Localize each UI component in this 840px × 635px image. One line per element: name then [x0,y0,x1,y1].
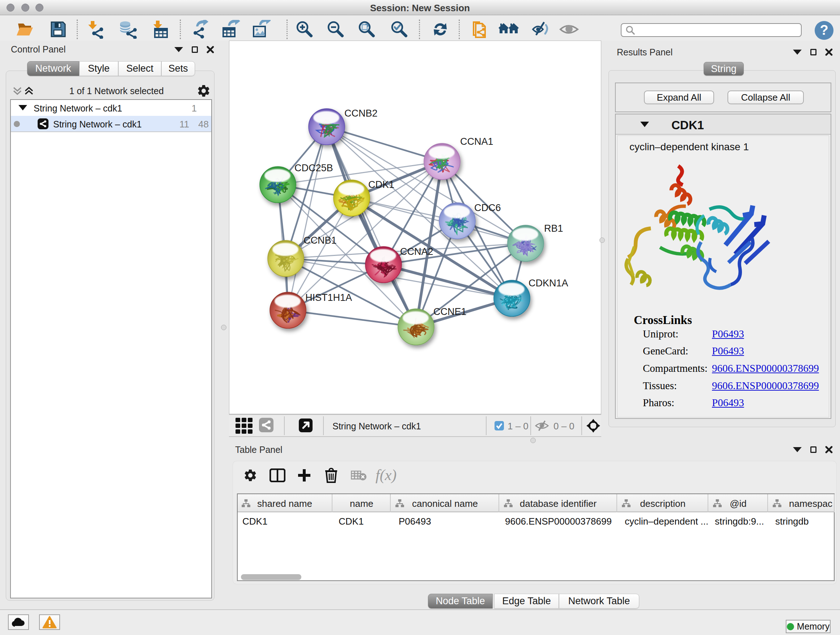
svg-text:CDK1: CDK1 [368,179,394,190]
svg-text:CDC6: CDC6 [474,203,501,213]
svg-text:CDC25B: CDC25B [294,163,333,173]
svg-text:HIST1H1A: HIST1H1A [305,292,352,303]
svg-text:CCNB1: CCNB1 [303,235,337,246]
svg-text:CDKN1A: CDKN1A [529,278,568,288]
svg-text:RB1: RB1 [544,223,563,234]
svg-text:CCNB2: CCNB2 [344,108,378,119]
svg-text:CCNA2: CCNA2 [400,246,433,257]
svg-text:?: ? [820,22,828,38]
svg-text:CCNE1: CCNE1 [433,306,467,317]
svg-text:CCNA1: CCNA1 [460,136,493,147]
